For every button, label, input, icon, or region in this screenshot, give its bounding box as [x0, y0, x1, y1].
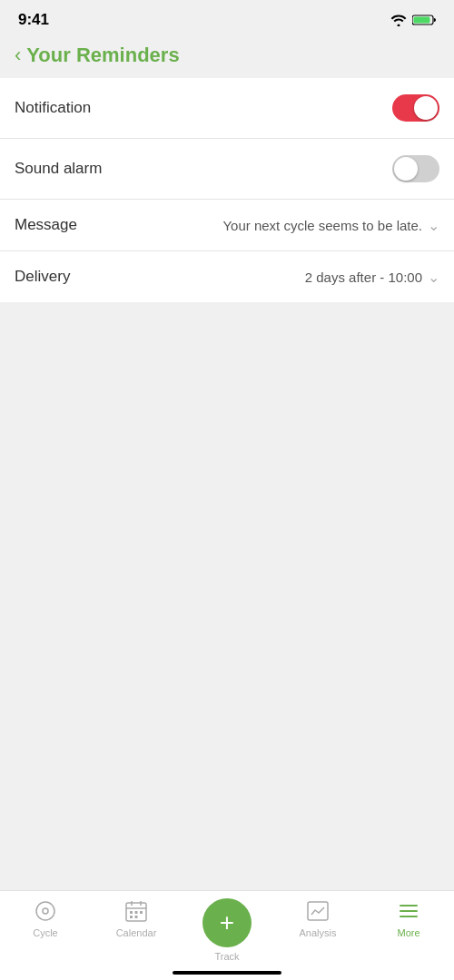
- cycle-label: Cycle: [33, 927, 58, 938]
- svg-rect-13: [308, 902, 328, 920]
- more-icon: [396, 898, 421, 924]
- svg-rect-10: [140, 911, 143, 914]
- delivery-chevron-icon: ⌄: [428, 269, 439, 286]
- calendar-icon: [123, 898, 149, 924]
- notification-toggle[interactable]: [392, 94, 439, 122]
- tab-cycle[interactable]: Cycle: [0, 898, 91, 938]
- delivery-value-container: 2 days after - 10:00 ⌄: [305, 269, 439, 286]
- tab-bar: Cycle Calendar +: [0, 890, 454, 980]
- message-value: Your next cycle seems to be late.: [222, 218, 422, 233]
- status-bar: 9:41: [0, 0, 454, 36]
- more-label: More: [397, 927, 419, 938]
- svg-rect-11: [130, 916, 133, 918]
- svg-rect-12: [135, 916, 138, 918]
- analysis-label: Analysis: [300, 927, 337, 938]
- svg-rect-1: [414, 17, 430, 24]
- tab-bar-items: Cycle Calendar +: [0, 898, 454, 962]
- cycle-icon: [33, 898, 58, 924]
- track-plus-icon: +: [220, 910, 234, 936]
- settings-list: Notification Sound alarm Message Your ne…: [0, 78, 454, 302]
- status-time: 9:41: [18, 11, 49, 29]
- analysis-icon: [305, 898, 331, 924]
- battery-icon: [412, 14, 436, 26]
- sound-alarm-toggle[interactable]: [392, 155, 439, 182]
- tab-analysis[interactable]: Analysis: [272, 898, 363, 938]
- svg-rect-9: [135, 911, 138, 914]
- svg-point-3: [43, 908, 48, 914]
- tab-track[interactable]: + Track: [182, 898, 272, 962]
- back-button[interactable]: ‹: [15, 44, 21, 67]
- status-icons: [390, 14, 436, 26]
- svg-point-2: [36, 902, 54, 920]
- notification-label: Notification: [15, 99, 91, 117]
- home-indicator: [173, 971, 281, 975]
- track-button[interactable]: +: [202, 898, 252, 947]
- delivery-value: 2 days after - 10:00: [305, 270, 422, 285]
- header: ‹ Your Reminders: [0, 36, 454, 78]
- svg-rect-8: [130, 911, 133, 914]
- notification-row: Notification: [0, 78, 454, 139]
- message-value-container: Your next cycle seems to be late. ⌄: [222, 217, 439, 234]
- tab-calendar[interactable]: Calendar: [91, 898, 182, 938]
- delivery-label: Delivery: [15, 268, 70, 286]
- page-title: Your Reminders: [26, 44, 179, 67]
- toggle-knob-notification: [414, 96, 438, 120]
- toggle-knob-sound: [394, 157, 418, 181]
- message-chevron-icon: ⌄: [428, 217, 439, 234]
- wifi-icon: [390, 14, 407, 26]
- tab-more[interactable]: More: [363, 898, 454, 938]
- message-row[interactable]: Message Your next cycle seems to be late…: [0, 200, 454, 251]
- calendar-label: Calendar: [116, 927, 157, 938]
- sound-alarm-label: Sound alarm: [15, 160, 102, 178]
- sound-alarm-row: Sound alarm: [0, 139, 454, 200]
- track-label: Track: [214, 951, 239, 962]
- message-label: Message: [15, 216, 77, 234]
- delivery-row[interactable]: Delivery 2 days after - 10:00 ⌄: [0, 251, 454, 302]
